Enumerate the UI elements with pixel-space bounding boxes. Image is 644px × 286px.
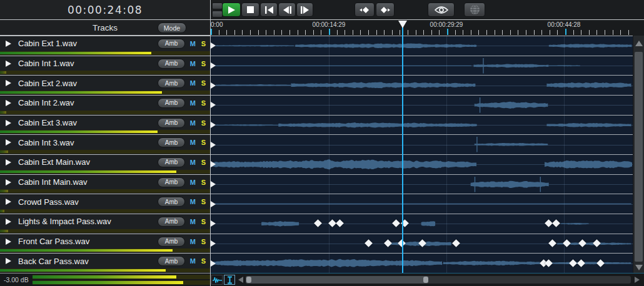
scroll-right-icon[interactable]: [635, 277, 640, 283]
mute-button[interactable]: M: [190, 257, 196, 265]
solo-button[interactable]: S: [201, 139, 206, 146]
scrollbar-handle-left[interactable]: [246, 277, 251, 283]
vertical-scrollbar-thumb[interactable]: [635, 52, 643, 262]
track-expand-icon[interactable]: [6, 199, 11, 205]
solo-button[interactable]: S: [201, 60, 206, 67]
world-button[interactable]: [464, 2, 485, 17]
track-row[interactable]: Cabin Int Main.wavAmbMS: [0, 174, 210, 194]
track-meter: [0, 209, 210, 213]
mute-button[interactable]: M: [190, 60, 196, 67]
track-row[interactable]: Cabin Ext 2.wavAmbMS: [0, 75, 210, 95]
vertical-scrollbar[interactable]: [633, 36, 644, 273]
track-expand-icon[interactable]: [6, 258, 11, 264]
track-expand-icon[interactable]: [6, 179, 11, 185]
step-back-button[interactable]: [278, 2, 296, 17]
amb-button[interactable]: Amb: [158, 39, 185, 49]
solo-button[interactable]: S: [201, 79, 206, 87]
solo-button[interactable]: S: [201, 40, 206, 47]
transport-mini-button-bottom[interactable]: [212, 11, 223, 17]
solo-button[interactable]: S: [201, 198, 206, 205]
stop-button[interactable]: [241, 2, 259, 17]
mute-button[interactable]: M: [190, 198, 196, 205]
amb-button[interactable]: Amb: [158, 78, 185, 88]
track-expand-icon[interactable]: [6, 219, 11, 225]
waveform-row[interactable]: [211, 253, 633, 273]
view-button[interactable]: [428, 2, 455, 17]
waveform-row[interactable]: [211, 36, 633, 56]
amb-button[interactable]: Amb: [158, 98, 185, 108]
track-row[interactable]: Cabin Int 2.wavAmbMS: [0, 95, 210, 115]
amb-button[interactable]: Amb: [158, 197, 185, 207]
track-row[interactable]: Cabin Int 1.wavAmbMS: [0, 56, 210, 76]
solo-button[interactable]: S: [201, 257, 206, 265]
amb-button[interactable]: Amb: [158, 256, 185, 266]
mute-button[interactable]: M: [190, 238, 196, 245]
amb-button[interactable]: Amb: [158, 177, 185, 187]
solo-button[interactable]: S: [201, 218, 206, 225]
track-row[interactable]: Cabin Ext Main.wavAmbMS: [0, 154, 210, 174]
track-expand-icon[interactable]: [6, 239, 11, 245]
playhead-handle-icon[interactable]: [398, 21, 407, 28]
waveform-row[interactable]: [211, 56, 633, 76]
solo-button[interactable]: S: [201, 159, 206, 166]
step-forward-button[interactable]: [296, 2, 313, 17]
previous-keyframe-button[interactable]: [355, 2, 375, 17]
track-expand-icon[interactable]: [6, 80, 11, 86]
mode-button[interactable]: Mode: [158, 22, 186, 33]
track-expand-icon[interactable]: [6, 139, 11, 145]
mute-button[interactable]: M: [190, 179, 196, 186]
scrollbar-handle-right[interactable]: [423, 277, 428, 283]
transport-mini-button-top[interactable]: [212, 2, 223, 9]
play-button[interactable]: [222, 2, 241, 17]
solo-button[interactable]: S: [201, 99, 206, 107]
track-row[interactable]: Front Car Pass.wavAmbMS: [0, 234, 210, 254]
playhead[interactable]: [402, 21, 403, 273]
scroll-up-icon[interactable]: [635, 41, 643, 46]
mute-button[interactable]: M: [190, 40, 196, 47]
go-to-start-button[interactable]: [260, 2, 278, 17]
waveform-row[interactable]: [211, 234, 633, 254]
track-expand-icon[interactable]: [6, 41, 11, 47]
track-row[interactable]: Back Car Pass.wavAmbMS: [0, 253, 210, 273]
track-expand-icon[interactable]: [6, 120, 11, 126]
scroll-left-icon[interactable]: [238, 277, 243, 283]
amb-button[interactable]: Amb: [158, 118, 185, 128]
mute-button[interactable]: M: [190, 79, 196, 87]
mute-button[interactable]: M: [190, 139, 196, 146]
solo-button[interactable]: S: [201, 179, 206, 186]
mute-button[interactable]: M: [190, 119, 196, 127]
amb-button[interactable]: Amb: [158, 59, 185, 69]
waveform-row[interactable]: [211, 95, 633, 115]
horizontal-scrollbar-thumb[interactable]: [246, 276, 428, 284]
track-expand-icon[interactable]: [6, 100, 11, 106]
waveform-row[interactable]: [211, 154, 633, 174]
mute-button[interactable]: M: [190, 159, 196, 166]
waveform-row[interactable]: [211, 174, 633, 194]
waveform-row[interactable]: [211, 75, 633, 95]
mute-button[interactable]: M: [190, 218, 196, 225]
track-expand-icon[interactable]: [6, 159, 11, 165]
waveform-row[interactable]: [211, 214, 633, 234]
track-row[interactable]: Cabin Ext 3.wavAmbMS: [0, 115, 210, 135]
amb-button[interactable]: Amb: [158, 237, 185, 247]
waveform-view-button[interactable]: [211, 275, 223, 285]
waveform-row[interactable]: [211, 115, 633, 135]
solo-button[interactable]: S: [201, 238, 206, 245]
track-row[interactable]: Cabin Int 3.wavAmbMS: [0, 134, 210, 154]
track-expand-icon[interactable]: [6, 61, 11, 67]
track-row[interactable]: Crowd Pass.wavAmbMS: [0, 194, 210, 214]
track-row[interactable]: Lights & Impact Pass.wavAmbMS: [0, 214, 210, 234]
track-row[interactable]: Cabin Ext 1.wavAmbMS: [0, 36, 210, 56]
mute-button[interactable]: M: [190, 99, 196, 107]
ruler-timecode-label: 00:00:44:28: [548, 21, 581, 28]
timeline-ruler[interactable]: 00:00:0000:00:14:2900:00:29:2900:00:44:2…: [211, 20, 644, 36]
solo-button[interactable]: S: [201, 119, 206, 127]
amb-button[interactable]: Amb: [158, 217, 185, 227]
amb-button[interactable]: Amb: [158, 137, 185, 147]
waveform-row[interactable]: [211, 194, 633, 214]
amb-button[interactable]: Amb: [158, 157, 185, 167]
scroll-down-icon[interactable]: [635, 265, 643, 270]
ibeam-tool-button[interactable]: [224, 275, 235, 285]
waveform-row[interactable]: [211, 134, 633, 154]
next-keyframe-button[interactable]: [376, 2, 395, 17]
